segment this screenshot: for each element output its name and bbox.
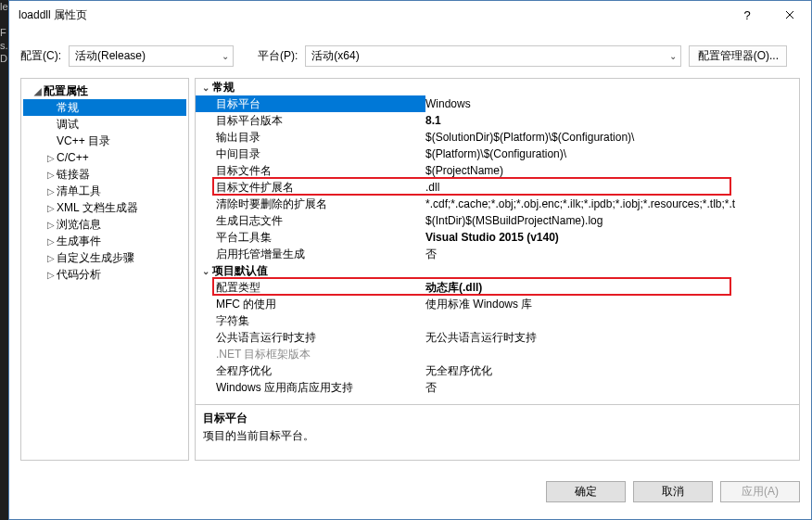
editor-gutter: leFs.lD	[0, 0, 8, 520]
tree-item[interactable]: 常规	[23, 99, 186, 116]
property-row[interactable]: 中间目录$(Platform)\$(Configuration)\	[196, 146, 799, 162]
property-value[interactable]: Windows	[425, 95, 799, 112]
property-name: 平台工具集	[196, 229, 425, 246]
config-label: 配置(C):	[20, 48, 61, 64]
tree-item[interactable]: ▷XML 文档生成器	[23, 199, 186, 216]
property-grid[interactable]: ⌄常规目标平台Windows目标平台版本8.1输出目录$(SolutionDir…	[196, 79, 799, 404]
property-group-header[interactable]: ⌄常规	[196, 79, 799, 95]
property-name: 目标文件名	[196, 162, 425, 179]
property-row[interactable]: MFC 的使用使用标准 Windows 库	[196, 296, 799, 312]
footer: 确定 取消 应用(A)	[9, 472, 811, 519]
expander-icon: ◢	[32, 86, 44, 96]
tree-item[interactable]: ▷C/C++	[23, 149, 186, 166]
close-button[interactable]	[768, 1, 811, 29]
property-row[interactable]: 配置类型动态库(.dll)	[196, 279, 799, 296]
collapse-icon: ⌄	[199, 82, 212, 93]
cancel-button[interactable]: 取消	[633, 481, 713, 502]
config-dropdown[interactable]: 活动(Release) ⌄	[69, 45, 234, 67]
platform-value: 活动(x64)	[311, 48, 359, 64]
property-name: 目标平台版本	[196, 112, 425, 129]
property-value[interactable]: $(ProjectName)	[425, 162, 799, 179]
property-row[interactable]: Windows 应用商店应用支持否	[196, 379, 799, 396]
property-name: .NET 目标框架版本	[196, 346, 425, 362]
property-name: 输出目录	[196, 129, 425, 146]
property-value[interactable]	[425, 346, 799, 362]
property-row[interactable]: 目标平台版本8.1	[196, 112, 799, 129]
collapse-icon: ⌄	[199, 266, 212, 276]
property-value[interactable]: 无公共语言运行时支持	[425, 329, 799, 346]
property-value[interactable]	[425, 312, 799, 329]
property-value[interactable]: .dll	[425, 179, 799, 196]
platform-dropdown[interactable]: 活动(x64) ⌄	[305, 45, 681, 67]
property-name: 生成日志文件	[196, 212, 425, 229]
expander-icon: ▷	[45, 220, 57, 230]
property-name: 公共语言运行时支持	[196, 329, 425, 346]
tree-item[interactable]: VC++ 目录	[23, 133, 186, 149]
property-value[interactable]: 8.1	[425, 112, 799, 129]
property-value[interactable]: $(SolutionDir)$(Platform)\$(Configuratio…	[425, 129, 799, 146]
expander-icon: ▷	[45, 153, 57, 163]
property-name: 清除时要删除的扩展名	[196, 196, 425, 212]
apply-button[interactable]: 应用(A)	[720, 481, 800, 502]
property-name: 字符集	[196, 312, 425, 329]
property-name: Windows 应用商店应用支持	[196, 379, 425, 396]
chevron-down-icon: ⌄	[669, 51, 677, 61]
help-button[interactable]: ?	[726, 1, 768, 29]
chevron-down-icon: ⌄	[222, 51, 229, 61]
property-row[interactable]: 字符集	[196, 312, 799, 329]
expander-icon: ▷	[45, 203, 57, 213]
property-row[interactable]: 生成日志文件$(IntDir)$(MSBuildProjectName).log	[196, 212, 799, 229]
ok-button[interactable]: 确定	[546, 481, 626, 502]
titlebar: loaddll 属性页 ?	[9, 1, 811, 29]
property-value[interactable]: $(IntDir)$(MSBuildProjectName).log	[425, 212, 799, 229]
property-value[interactable]: $(Platform)\$(Configuration)\	[425, 146, 799, 162]
expander-icon: ▷	[45, 170, 57, 180]
tree-root[interactable]: ◢配置属性	[23, 82, 186, 99]
tree-item[interactable]: ▷自定义生成步骤	[23, 249, 186, 266]
property-value[interactable]: *.cdf;*.cache;*.obj;*.obj.enc;*.ilk;*.ip…	[425, 196, 799, 212]
description-body: 项目的当前目标平台。	[203, 428, 792, 444]
property-value[interactable]: 否	[425, 246, 799, 262]
property-row[interactable]: 清除时要删除的扩展名*.cdf;*.cache;*.obj;*.obj.enc;…	[196, 196, 799, 212]
property-group-header[interactable]: ⌄项目默认值	[196, 262, 799, 279]
property-row[interactable]: 公共语言运行时支持无公共语言运行时支持	[196, 329, 799, 346]
properties-panel: ⌄常规目标平台Windows目标平台版本8.1输出目录$(SolutionDir…	[195, 78, 800, 461]
property-row[interactable]: 输出目录$(SolutionDir)$(Platform)\$(Configur…	[196, 129, 799, 146]
tree-item[interactable]: ▷代码分析	[23, 266, 186, 283]
tree-item[interactable]: ▷清单工具	[23, 183, 186, 199]
config-value: 活动(Release)	[75, 48, 146, 64]
expander-icon: ▷	[45, 236, 57, 247]
platform-label: 平台(P):	[258, 48, 298, 64]
tree-item[interactable]: ▷链接器	[23, 166, 186, 183]
property-name: 中间目录	[196, 146, 425, 162]
property-row[interactable]: 启用托管增量生成否	[196, 246, 799, 262]
property-row[interactable]: 平台工具集Visual Studio 2015 (v140)	[196, 229, 799, 246]
property-row[interactable]: .NET 目标框架版本	[196, 346, 799, 362]
config-manager-button[interactable]: 配置管理器(O)...	[689, 45, 787, 67]
tree-item[interactable]: 调试	[23, 116, 186, 133]
expander-icon: ▷	[45, 186, 57, 197]
property-value[interactable]: 动态库(.dll)	[425, 279, 799, 296]
property-value[interactable]: 否	[425, 379, 799, 396]
expander-icon: ▷	[45, 270, 57, 280]
tree-item[interactable]: ▷浏览信息	[23, 216, 186, 233]
property-name: 目标平台	[196, 95, 425, 112]
config-toolbar: 配置(C): 活动(Release) ⌄ 平台(P): 活动(x64) ⌄ 配置…	[9, 29, 811, 78]
property-value[interactable]: Visual Studio 2015 (v140)	[425, 229, 799, 246]
property-name: 全程序优化	[196, 362, 425, 379]
window-title: loaddll 属性页	[19, 7, 726, 23]
property-value[interactable]: 使用标准 Windows 库	[425, 296, 799, 312]
property-row[interactable]: 目标文件扩展名.dll	[196, 179, 799, 196]
property-value[interactable]: 无全程序优化	[425, 362, 799, 379]
description-panel: 目标平台 项目的当前目标平台。	[196, 404, 799, 460]
property-name: 配置类型	[196, 279, 425, 296]
tree-item[interactable]: ▷生成事件	[23, 233, 186, 249]
property-row[interactable]: 目标平台Windows	[196, 95, 799, 112]
config-tree[interactable]: ◢配置属性常规调试VC++ 目录▷C/C++▷链接器▷清单工具▷XML 文档生成…	[20, 78, 189, 461]
property-name: 启用托管增量生成	[196, 246, 425, 262]
property-row[interactable]: 目标文件名$(ProjectName)	[196, 162, 799, 179]
property-row[interactable]: 全程序优化无全程序优化	[196, 362, 799, 379]
property-pages-window: loaddll 属性页 ? 配置(C): 活动(Release) ⌄ 平台(P)…	[8, 0, 812, 520]
property-name: MFC 的使用	[196, 296, 425, 312]
property-name: 目标文件扩展名	[196, 179, 425, 196]
